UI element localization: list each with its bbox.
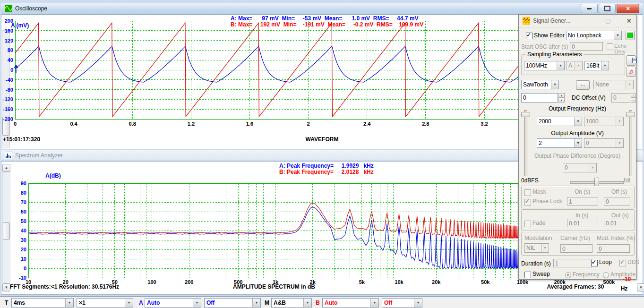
mask-on-input[interactable]: 1 [567,197,598,205]
tone-button[interactable]: ♫ [627,67,635,77]
wave-y-tick: -80 [6,87,13,93]
waveform-type-b-select[interactable]: None▼ [593,80,634,89]
output-amplitude-label: Output Amplitude (V) [538,130,617,137]
wave-y-tick: 160 [5,28,13,34]
dbfs-label: 0dBFS [521,177,539,184]
sweep-frequency-radio[interactable] [565,272,571,278]
timebase-select[interactable]: 4ms▼ [11,298,74,308]
sampling-bits-select[interactable]: 16Bit▼ [584,61,609,70]
mode-label: M [265,299,269,306]
output-frequency-label: Output Frequency (Hz) [538,105,617,112]
minimize-button[interactable] [581,4,598,13]
amplitude-a-select[interactable]: 2▼ [537,138,582,148]
mod-index-label: Mod. Index (%) [597,235,635,241]
fade-out-input[interactable]: 0.01 [604,219,630,227]
freq-slider-b-thumb[interactable] [626,112,635,117]
more-options-button[interactable]: ... [576,80,590,90]
mask-off-label: Off (s) [611,188,627,195]
wave-x-tick: 2.4 [363,121,371,127]
phase-difference-select[interactable]: 0▼ [563,163,597,172]
close-button[interactable]: ✕ [617,4,639,13]
sweep-checkbox[interactable] [524,272,531,278]
duration-input[interactable]: 1 [553,259,592,267]
signal-generator-title: Signal Gener... [533,17,570,24]
wave-y-tick: 200 [5,18,13,24]
spec-y-tick: 20 [21,247,26,252]
save-button[interactable] [627,55,635,66]
duration-label: Duration (s) [521,260,551,267]
zoom-select[interactable]: ×1▼ [77,298,133,308]
modulation-select[interactable]: NIL▼ [524,243,549,253]
echo-only-label: Echo Only [614,43,636,54]
amplitude-b-select[interactable]: 0▼ [584,138,624,148]
wave-x-tick: 0.8 [129,121,136,127]
channel-b-coupling-select[interactable]: Off▼ [382,298,422,308]
channel-b-range-select[interactable]: Auto▼ [322,298,379,308]
oscilloscope-icon [5,5,12,12]
wave-y-tick: 40 [8,57,13,63]
echo-only-checkbox[interactable] [607,43,613,50]
wave-x-tick: 3.2 [481,121,488,127]
bottom-toolbar: T 4ms▼ ×1▼ A Auto▼ Off▼ M A&B▼ B Auto▼ O… [0,296,644,308]
fade-checkbox[interactable] [524,221,531,227]
spec-y-tick: 50 [21,218,26,224]
sampling-channel-select[interactable]: A▼ [567,61,583,70]
loop-checkbox[interactable] [591,260,598,266]
wave-y-tick: -120 [3,96,13,102]
freq-slider-a-track[interactable] [524,110,527,176]
start-osc-input[interactable]: 0 [570,42,603,51]
mask-label: Mask [532,188,546,195]
wave-y-tick: -160 [3,106,13,112]
fade-in-input[interactable]: 0.01 [567,219,598,227]
phase-difference-label: Output Phase Difference (Degree) [528,153,627,159]
spec-scroll-up-button[interactable]: ▲ [2,164,10,172]
spec-y-tick: 40 [21,228,26,233]
freq-slider-b-track[interactable] [629,110,632,176]
waveform-type-select[interactable]: SawTooth▼ [521,80,559,89]
mode-select[interactable]: A&B▼ [271,298,312,308]
oscilloscope-titlebar[interactable]: Oscilloscope ✕ [1,3,643,15]
signal-generator-panel: Signal Gener... — ▢ ✕ Show Editor No Loo… [518,14,636,280]
panel-close-icon[interactable]: ✕ [625,17,633,25]
mask-on-label: On (s) [575,188,590,195]
show-editor-label: Show Editor [534,32,565,39]
spec-y-tick: 0 [24,265,26,271]
sampling-rate-select[interactable]: 100MHz▼ [524,61,565,70]
sweep-amplitude-radio[interactable] [603,272,609,278]
wave-y-tick: -200 [3,116,13,122]
panel-minimize-icon[interactable]: — [583,17,591,25]
trigger-marker[interactable] [14,65,18,73]
spec-x-title: AMPLITUDE SPECTRUM in dB [28,283,520,290]
mask-off-input[interactable]: 0 [604,197,630,205]
frequency-b-select[interactable]: 1000▼ [584,117,624,126]
timebase-label: T [5,299,8,306]
mod-index-input[interactable]: 0 [597,244,630,253]
spectrum-icon [5,152,12,159]
loopback-select[interactable]: No Loopback▼ [566,31,622,40]
panel-maximize-icon[interactable]: ▢ [604,17,612,25]
run-button[interactable] [626,31,635,40]
maximize-button[interactable] [599,4,616,13]
dc-offset-a-input[interactable]: 0 [521,93,558,103]
freq-slider-a-thumb[interactable] [521,112,530,117]
spec-right-axis-min: -10 [623,276,631,282]
mask-checkbox[interactable] [524,189,531,196]
phase-lock-checkbox[interactable] [524,199,531,205]
spec-y-axis-label: A(dB) [45,172,61,179]
dds-checkbox[interactable] [619,260,626,266]
frequency-a-select[interactable]: 2000▼ [537,117,582,126]
dc-offset-a-spinner[interactable]: ▲▼ [558,93,565,103]
channel-a-coupling-select[interactable]: Off▼ [204,298,261,308]
wave-y-tick: -40 [6,77,13,83]
spec-averaged-frames: Averaged Frames: 30 [521,283,630,290]
carrier-input[interactable]: 0 [560,244,592,253]
dbfs-slider-thumb[interactable] [594,178,599,186]
modulation-label: Modulation [524,235,552,241]
show-editor-checkbox[interactable] [526,33,532,39]
signal-generator-titlebar[interactable]: Signal Gener... — ▢ ✕ [519,15,636,27]
dc-offset-b-input[interactable]: 0 [611,93,630,103]
channel-a-range-select[interactable]: Auto▼ [145,298,201,308]
wave-y-tick: 0 [10,67,13,73]
nil-label: Nil [624,177,630,184]
dc-offset-b-spinner[interactable]: ▲▼ [631,93,636,103]
